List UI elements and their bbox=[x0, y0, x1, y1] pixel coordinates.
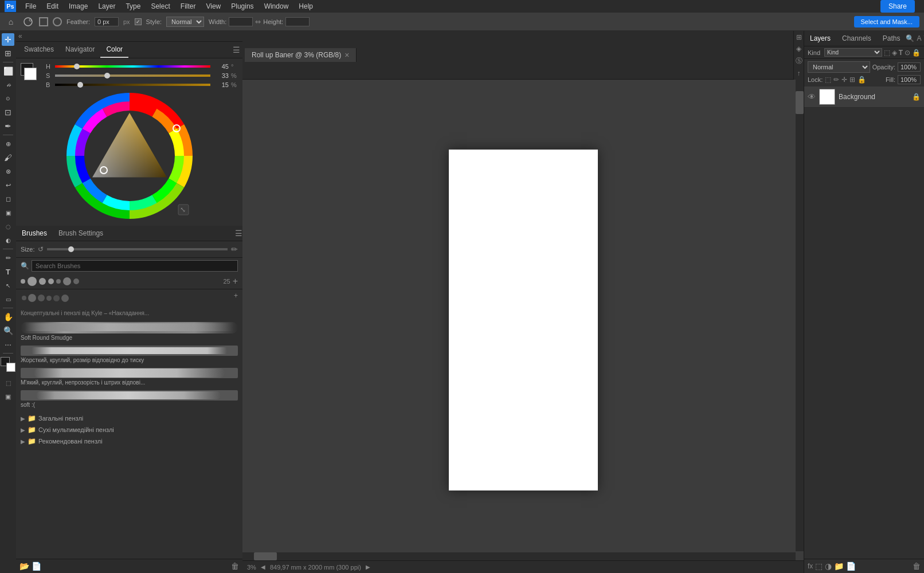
brush-group-general[interactable]: ▶ 📁 Загальні пензлі bbox=[21, 413, 238, 424]
eyedropper-tool[interactable]: ✒ bbox=[2, 120, 14, 132]
marquee-tool[interactable]: ⬜ bbox=[2, 65, 14, 77]
layer-item-background[interactable]: 👁 Background 🔒 bbox=[804, 87, 924, 108]
tab-navigator[interactable]: Navigator bbox=[60, 42, 100, 58]
brush-preset-1[interactable] bbox=[21, 279, 25, 284]
filter-adjust-icon[interactable]: ◈ bbox=[892, 49, 897, 57]
filter-type-btn[interactable]: T bbox=[899, 49, 903, 57]
object-select-tool[interactable]: ⊙ bbox=[2, 92, 14, 105]
menu-edit[interactable]: Edit bbox=[42, 1, 63, 11]
tab-layers[interactable]: Layers bbox=[804, 31, 836, 46]
pen-tool[interactable]: ✏ bbox=[2, 252, 14, 264]
feather-input[interactable] bbox=[95, 17, 119, 26]
share-button[interactable]: Share bbox=[880, 0, 915, 13]
status-icon[interactable]: ◀ bbox=[261, 564, 265, 570]
fill-input[interactable] bbox=[898, 75, 921, 84]
menu-image[interactable]: Image bbox=[64, 1, 92, 11]
color-swatches[interactable] bbox=[1, 357, 15, 372]
move-tool[interactable]: ✛ bbox=[2, 33, 14, 46]
brush-preset-2[interactable] bbox=[28, 277, 37, 286]
size-reset-btn[interactable]: ↺ bbox=[38, 245, 44, 253]
tab-brushes[interactable]: Brushes bbox=[16, 226, 53, 241]
arrange-icon[interactable]: ⊞ bbox=[796, 33, 802, 41]
export-icon[interactable]: ↑ bbox=[797, 69, 801, 77]
brush-search-input[interactable] bbox=[32, 260, 238, 272]
hue-slider[interactable] bbox=[55, 65, 210, 68]
add-brush-icon-2[interactable]: + bbox=[234, 292, 238, 300]
brush-panel-menu-icon[interactable]: ☰ bbox=[235, 229, 242, 238]
more-tools[interactable]: ··· bbox=[2, 338, 14, 351]
menu-window[interactable]: Window bbox=[260, 1, 293, 11]
delete-brush-btn[interactable]: 🗑 bbox=[231, 562, 239, 571]
screen-mode-btn[interactable]: ▣ bbox=[2, 390, 14, 403]
bg-swatch[interactable] bbox=[24, 68, 37, 80]
filter-kind-select[interactable]: Kind bbox=[824, 48, 882, 57]
lasso-tool-icon[interactable] bbox=[22, 15, 34, 28]
list-item[interactable]: soft :( bbox=[21, 390, 238, 408]
blur-tool[interactable]: ◌ bbox=[2, 220, 14, 233]
spot-healing-tool[interactable]: ⊕ bbox=[2, 138, 14, 150]
lock-artboard-icon[interactable]: ⊞ bbox=[849, 76, 855, 84]
layer-visibility-icon[interactable]: 👁 bbox=[808, 92, 816, 101]
hand-tool[interactable]: ✋ bbox=[2, 311, 14, 323]
document-canvas[interactable] bbox=[449, 150, 598, 490]
filter-shape-icon[interactable]: ⊙ bbox=[905, 49, 910, 57]
list-item[interactable]: М'який, круглий, непрозорість і штрих ві… bbox=[21, 368, 238, 386]
lock-position-icon[interactable]: ✛ bbox=[841, 76, 847, 84]
menu-type[interactable]: Type bbox=[121, 1, 145, 11]
zoom-tool[interactable]: 🔍 bbox=[2, 324, 14, 337]
list-item[interactable]: Жорсткий, круглий, розмір відповідно до … bbox=[21, 346, 238, 363]
artboard-tool[interactable]: ⊞ bbox=[2, 47, 14, 60]
adjustment-layer-btn[interactable]: ◑ bbox=[825, 562, 832, 571]
brush-tool[interactable]: 🖌 bbox=[2, 151, 14, 164]
shape-tool[interactable]: ▭ bbox=[2, 293, 14, 305]
brush-preset-4[interactable] bbox=[48, 278, 54, 284]
style-select[interactable]: Normal bbox=[166, 17, 204, 27]
opacity-input[interactable] bbox=[898, 62, 921, 72]
vertical-scrollbar[interactable] bbox=[796, 80, 804, 551]
collapse-left-panel-btn[interactable]: « bbox=[18, 32, 22, 40]
tab-swatches[interactable]: Swatches bbox=[18, 42, 60, 58]
width-input[interactable] bbox=[229, 17, 253, 26]
menu-filter[interactable]: Filter bbox=[176, 1, 201, 11]
eraser-tool[interactable]: ◻ bbox=[2, 193, 14, 205]
panel-menu-icon[interactable]: ☰ bbox=[233, 45, 240, 54]
color-wheel[interactable]: ⤡ bbox=[66, 93, 193, 219]
create-folder-btn[interactable]: 📂 bbox=[19, 562, 29, 571]
filter-type-icon[interactable]: A bbox=[917, 34, 921, 42]
brush-preset-6[interactable] bbox=[63, 277, 71, 285]
brush-preset-7[interactable] bbox=[73, 278, 79, 284]
brush-preset-3[interactable] bbox=[39, 278, 46, 285]
select-and-mask-button[interactable]: Select and Mask... bbox=[854, 16, 920, 28]
tab-color[interactable]: Color bbox=[100, 42, 128, 58]
delete-layer-btn[interactable]: 🗑 bbox=[913, 562, 921, 571]
hue-ring-group[interactable] bbox=[75, 101, 183, 210]
path-selection-tool[interactable]: ↖ bbox=[2, 279, 14, 292]
layer-fx-btn[interactable]: fx bbox=[808, 562, 813, 570]
menu-plugins[interactable]: Plugins bbox=[226, 1, 258, 11]
list-item[interactable]: + Концептуальні і пензлі від Kyle – «Нак… bbox=[21, 292, 238, 317]
brush-group-dry[interactable]: ▶ 📁 Сухі мультимедійні пензлі bbox=[21, 424, 238, 435]
filter-smart-icon[interactable]: 🔒 bbox=[912, 49, 921, 57]
quick-mask-btn[interactable]: ⬚ bbox=[2, 376, 14, 389]
new-layer-btn[interactable]: 📄 bbox=[846, 562, 856, 571]
menu-help[interactable]: Help bbox=[294, 1, 318, 11]
filter-pixel-icon[interactable]: ⬚ bbox=[884, 49, 890, 57]
add-mask-btn[interactable]: ⬚ bbox=[815, 562, 823, 571]
menu-view[interactable]: View bbox=[201, 1, 225, 11]
document-tab[interactable]: Roll up Baner @ 3% (RGB/8) × bbox=[245, 48, 357, 62]
gradient-tool[interactable]: ▣ bbox=[2, 206, 14, 219]
blend-mode-select[interactable]: Normal bbox=[808, 61, 870, 73]
menu-file[interactable]: File bbox=[21, 1, 41, 11]
link-wh-icon[interactable]: ⇔ bbox=[255, 18, 261, 26]
clone-stamp-tool[interactable]: ⊗ bbox=[2, 165, 14, 178]
tab-brush-settings[interactable]: Brush Settings bbox=[53, 226, 109, 241]
history-brush-tool[interactable]: ↩ bbox=[2, 179, 14, 191]
brush-size-slider[interactable] bbox=[47, 248, 228, 250]
brightness-slider[interactable] bbox=[55, 84, 210, 86]
size-edit-icon[interactable]: ✏ bbox=[231, 245, 238, 254]
rect-select-icon[interactable] bbox=[39, 17, 48, 26]
tab-close-btn[interactable]: × bbox=[344, 51, 349, 59]
home-icon[interactable]: ⌂ bbox=[5, 15, 17, 28]
height-input[interactable] bbox=[285, 17, 310, 26]
saturation-slider[interactable] bbox=[55, 74, 210, 77]
